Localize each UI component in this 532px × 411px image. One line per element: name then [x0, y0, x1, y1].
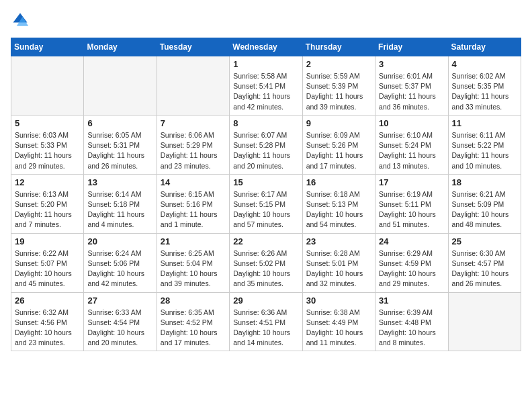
day-number: 23 — [306, 236, 371, 246]
day-number: 6 — [87, 118, 152, 128]
day-number: 29 — [233, 295, 298, 306]
day-info: Sunrise: 6:39 AM Sunset: 4:48 PM Dayligh… — [379, 308, 444, 349]
day-info: Sunrise: 6:05 AM Sunset: 5:31 PM Dayligh… — [87, 130, 152, 171]
calendar-cell — [11, 56, 84, 116]
page-header — [11, 11, 521, 30]
day-info: Sunrise: 6:29 AM Sunset: 4:59 PM Dayligh… — [379, 248, 444, 289]
calendar-week-row: 1Sunrise: 5:58 AM Sunset: 5:41 PM Daylig… — [11, 56, 521, 116]
calendar-week-row: 19Sunrise: 6:22 AM Sunset: 5:07 PM Dayli… — [11, 233, 521, 292]
day-info: Sunrise: 5:58 AM Sunset: 5:41 PM Dayligh… — [233, 71, 298, 112]
day-info: Sunrise: 6:35 AM Sunset: 4:52 PM Dayligh… — [161, 308, 226, 349]
calendar-cell: 5Sunrise: 6:03 AM Sunset: 5:33 PM Daylig… — [11, 115, 84, 174]
day-number: 3 — [379, 59, 444, 69]
day-number: 12 — [15, 177, 80, 187]
day-number: 15 — [233, 177, 298, 187]
calendar-header-row: SundayMondayTuesdayWednesdayThursdayFrid… — [11, 38, 521, 56]
day-number: 17 — [379, 177, 444, 187]
day-info: Sunrise: 6:15 AM Sunset: 5:16 PM Dayligh… — [161, 189, 226, 230]
calendar-cell: 2Sunrise: 5:59 AM Sunset: 5:39 PM Daylig… — [302, 56, 375, 116]
day-number: 9 — [306, 118, 371, 128]
calendar-cell: 23Sunrise: 6:28 AM Sunset: 5:01 PM Dayli… — [302, 233, 375, 292]
calendar-cell — [157, 56, 229, 116]
day-info: Sunrise: 6:14 AM Sunset: 5:18 PM Dayligh… — [87, 189, 152, 230]
calendar-cell: 27Sunrise: 6:33 AM Sunset: 4:54 PM Dayli… — [84, 292, 157, 351]
day-info: Sunrise: 6:09 AM Sunset: 5:26 PM Dayligh… — [306, 130, 371, 171]
calendar-cell: 11Sunrise: 6:11 AM Sunset: 5:22 PM Dayli… — [448, 115, 521, 174]
calendar-cell: 22Sunrise: 6:26 AM Sunset: 5:02 PM Dayli… — [230, 233, 302, 292]
calendar-cell: 3Sunrise: 6:01 AM Sunset: 5:37 PM Daylig… — [375, 56, 448, 116]
day-info: Sunrise: 6:32 AM Sunset: 4:56 PM Dayligh… — [15, 308, 80, 349]
day-number: 13 — [87, 177, 152, 187]
day-info: Sunrise: 6:11 AM Sunset: 5:22 PM Dayligh… — [452, 130, 517, 171]
day-number: 7 — [161, 118, 226, 128]
day-info: Sunrise: 5:59 AM Sunset: 5:39 PM Dayligh… — [306, 71, 371, 112]
day-info: Sunrise: 6:10 AM Sunset: 5:24 PM Dayligh… — [379, 130, 444, 171]
day-info: Sunrise: 6:24 AM Sunset: 5:06 PM Dayligh… — [87, 248, 152, 289]
day-info: Sunrise: 6:30 AM Sunset: 4:57 PM Dayligh… — [452, 248, 517, 289]
day-number: 31 — [379, 295, 444, 306]
day-number: 19 — [15, 236, 80, 246]
day-of-week-header: Tuesday — [157, 38, 229, 56]
day-number: 14 — [161, 177, 226, 187]
calendar-cell: 16Sunrise: 6:18 AM Sunset: 5:13 PM Dayli… — [302, 174, 375, 233]
calendar: SundayMondayTuesdayWednesdayThursdayFrid… — [11, 38, 521, 351]
day-info: Sunrise: 6:28 AM Sunset: 5:01 PM Dayligh… — [306, 248, 371, 289]
day-number: 27 — [87, 295, 152, 306]
day-number: 24 — [379, 236, 444, 246]
day-of-week-header: Monday — [84, 38, 157, 56]
calendar-cell: 25Sunrise: 6:30 AM Sunset: 4:57 PM Dayli… — [448, 233, 521, 292]
calendar-cell: 26Sunrise: 6:32 AM Sunset: 4:56 PM Dayli… — [11, 292, 84, 351]
calendar-cell: 10Sunrise: 6:10 AM Sunset: 5:24 PM Dayli… — [375, 115, 448, 174]
day-of-week-header: Saturday — [448, 38, 521, 56]
day-info: Sunrise: 6:25 AM Sunset: 5:04 PM Dayligh… — [161, 248, 226, 289]
calendar-week-row: 12Sunrise: 6:13 AM Sunset: 5:20 PM Dayli… — [11, 174, 521, 233]
calendar-cell: 17Sunrise: 6:19 AM Sunset: 5:11 PM Dayli… — [375, 174, 448, 233]
day-number: 25 — [452, 236, 517, 246]
day-of-week-header: Wednesday — [230, 38, 302, 56]
day-number: 18 — [452, 177, 517, 187]
calendar-week-row: 5Sunrise: 6:03 AM Sunset: 5:33 PM Daylig… — [11, 115, 521, 174]
day-info: Sunrise: 6:26 AM Sunset: 5:02 PM Dayligh… — [233, 248, 298, 289]
day-number: 28 — [161, 295, 226, 306]
day-number: 22 — [233, 236, 298, 246]
logo — [11, 11, 32, 30]
calendar-cell: 6Sunrise: 6:05 AM Sunset: 5:31 PM Daylig… — [84, 115, 157, 174]
day-info: Sunrise: 6:22 AM Sunset: 5:07 PM Dayligh… — [15, 248, 80, 289]
calendar-cell: 24Sunrise: 6:29 AM Sunset: 4:59 PM Dayli… — [375, 233, 448, 292]
day-info: Sunrise: 6:36 AM Sunset: 4:51 PM Dayligh… — [233, 308, 298, 349]
day-number: 10 — [379, 118, 444, 128]
day-number: 26 — [15, 295, 80, 306]
day-number: 20 — [87, 236, 152, 246]
day-info: Sunrise: 6:38 AM Sunset: 4:49 PM Dayligh… — [306, 308, 371, 349]
calendar-cell — [448, 292, 521, 351]
day-number: 1 — [233, 59, 298, 69]
day-info: Sunrise: 6:19 AM Sunset: 5:11 PM Dayligh… — [379, 189, 444, 230]
calendar-cell: 31Sunrise: 6:39 AM Sunset: 4:48 PM Dayli… — [375, 292, 448, 351]
day-number: 21 — [161, 236, 226, 246]
day-info: Sunrise: 6:13 AM Sunset: 5:20 PM Dayligh… — [15, 189, 80, 230]
calendar-cell: 9Sunrise: 6:09 AM Sunset: 5:26 PM Daylig… — [302, 115, 375, 174]
day-of-week-header: Sunday — [11, 38, 84, 56]
day-info: Sunrise: 6:01 AM Sunset: 5:37 PM Dayligh… — [379, 71, 444, 112]
calendar-cell: 15Sunrise: 6:17 AM Sunset: 5:15 PM Dayli… — [230, 174, 302, 233]
calendar-cell: 14Sunrise: 6:15 AM Sunset: 5:16 PM Dayli… — [157, 174, 229, 233]
day-of-week-header: Thursday — [302, 38, 375, 56]
day-of-week-header: Friday — [375, 38, 448, 56]
calendar-cell: 13Sunrise: 6:14 AM Sunset: 5:18 PM Dayli… — [84, 174, 157, 233]
day-info: Sunrise: 6:03 AM Sunset: 5:33 PM Dayligh… — [15, 130, 80, 171]
calendar-cell: 7Sunrise: 6:06 AM Sunset: 5:29 PM Daylig… — [157, 115, 229, 174]
calendar-cell: 4Sunrise: 6:02 AM Sunset: 5:35 PM Daylig… — [448, 56, 521, 116]
calendar-week-row: 26Sunrise: 6:32 AM Sunset: 4:56 PM Dayli… — [11, 292, 521, 351]
logo-icon — [11, 11, 30, 30]
day-number: 30 — [306, 295, 371, 306]
calendar-cell: 21Sunrise: 6:25 AM Sunset: 5:04 PM Dayli… — [157, 233, 229, 292]
day-info: Sunrise: 6:33 AM Sunset: 4:54 PM Dayligh… — [87, 308, 152, 349]
calendar-cell: 19Sunrise: 6:22 AM Sunset: 5:07 PM Dayli… — [11, 233, 84, 292]
day-info: Sunrise: 6:21 AM Sunset: 5:09 PM Dayligh… — [452, 189, 517, 230]
day-number: 11 — [452, 118, 517, 128]
day-number: 5 — [15, 118, 80, 128]
day-number: 16 — [306, 177, 371, 187]
calendar-cell: 29Sunrise: 6:36 AM Sunset: 4:51 PM Dayli… — [230, 292, 302, 351]
day-info: Sunrise: 6:07 AM Sunset: 5:28 PM Dayligh… — [233, 130, 298, 171]
calendar-cell — [84, 56, 157, 116]
